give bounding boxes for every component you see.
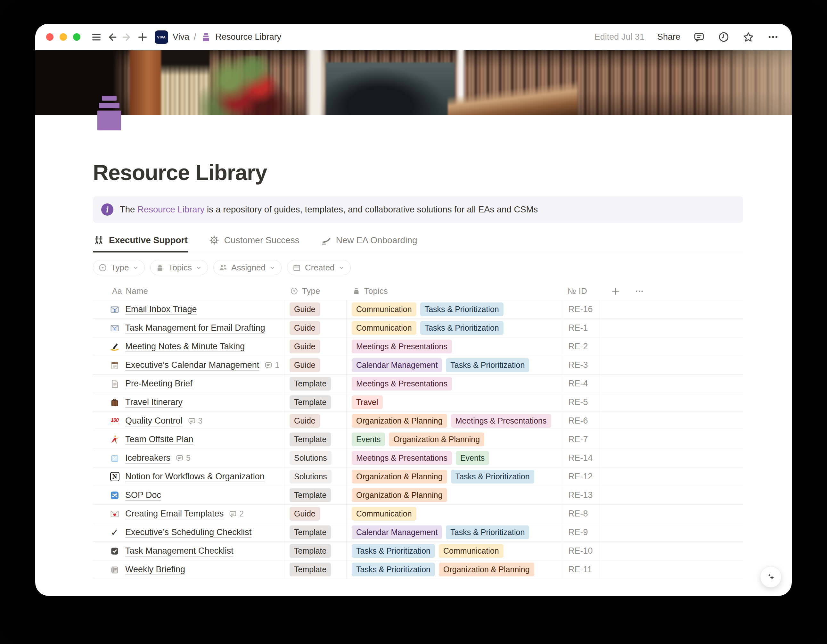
name-cell[interactable]: NNotion for Workflows & Organization (93, 467, 284, 486)
id-cell[interactable]: RE-4 (563, 375, 600, 393)
back-icon[interactable] (104, 30, 120, 45)
topics-cell[interactable]: Organization & Planning (346, 486, 563, 504)
history-clock-icon[interactable] (718, 31, 730, 43)
topics-cell[interactable]: Tasks & PrioritizationOrganization & Pla… (346, 560, 563, 578)
close-button[interactable] (46, 33, 53, 41)
id-cell[interactable]: RE-6 (563, 412, 600, 430)
id-cell[interactable]: RE-1 (563, 319, 600, 337)
type-cell[interactable]: Template (284, 375, 346, 393)
filter-created[interactable]: Created (287, 260, 351, 275)
row-name-link[interactable]: Executive’s Calendar Management (125, 360, 259, 370)
ai-assistant-button[interactable] (760, 566, 782, 588)
row-name-link[interactable]: Travel Itinerary (125, 397, 183, 407)
comments-icon[interactable] (693, 31, 705, 43)
column-header-name[interactable]: Aa Name (93, 286, 284, 296)
id-cell[interactable]: RE-2 (563, 338, 600, 356)
name-cell[interactable]: Creating Email Templates2 (93, 505, 284, 523)
name-cell[interactable]: 100Quality Control3 (93, 412, 284, 430)
viva-workspace-icon[interactable]: VIVA (155, 30, 168, 44)
favorite-star-icon[interactable] (743, 31, 754, 43)
type-cell[interactable]: Solutions (284, 467, 346, 486)
id-cell[interactable]: RE-8 (563, 505, 600, 523)
topics-cell[interactable]: Calendar ManagementTasks & Prioritizatio… (346, 523, 563, 541)
tab-executive-support[interactable]: Executive Support (93, 235, 188, 252)
name-cell[interactable]: ETask Management for Email Drafting (93, 319, 284, 337)
type-cell[interactable]: Template (284, 393, 346, 411)
id-cell[interactable]: RE-5 (563, 393, 600, 411)
type-cell[interactable]: Template (284, 523, 346, 541)
comment-count[interactable]: 2 (229, 509, 244, 518)
topics-cell[interactable]: Calendar ManagementTasks & Prioritizatio… (346, 356, 563, 374)
row-name-link[interactable]: Task Management for Email Drafting (125, 323, 265, 333)
row-name-link[interactable]: SOP Doc (125, 490, 161, 500)
topics-cell[interactable]: Meetings & Presentations (346, 338, 563, 356)
id-cell[interactable]: RE-9 (563, 523, 600, 541)
topics-cell[interactable]: CommunicationTasks & Prioritization (346, 319, 563, 337)
row-name-link[interactable]: Icebreakers (125, 453, 170, 463)
topics-cell[interactable]: Organization & PlanningMeetings & Presen… (346, 412, 563, 430)
topics-cell[interactable]: CommunicationTasks & Prioritization (346, 300, 563, 319)
row-name-link[interactable]: Meeting Notes & Minute Taking (125, 342, 245, 352)
row-name-link[interactable]: Task Management Checklist (125, 546, 234, 556)
topics-cell[interactable]: Meetings & PresentationsEvents (346, 449, 563, 467)
tab-new-ea-onboarding[interactable]: New EA Onboarding (320, 235, 418, 252)
id-cell[interactable]: RE-10 (563, 542, 600, 560)
resource-library-link[interactable]: Resource Library (137, 205, 204, 214)
topics-cell[interactable]: Travel (346, 393, 563, 411)
comment-count[interactable]: 5 (176, 453, 190, 463)
name-cell[interactable]: Icebreakers5 (93, 449, 284, 467)
row-name-link[interactable]: Pre-Meeting Brief (125, 379, 192, 389)
name-cell[interactable]: Team Offsite Plan (93, 430, 284, 449)
table-options-icon[interactable] (635, 286, 644, 296)
column-header-type[interactable]: Type (284, 286, 346, 296)
name-cell[interactable]: Meeting Notes & Minute Taking (93, 338, 284, 356)
name-cell[interactable]: Task Management Checklist (93, 542, 284, 560)
row-name-link[interactable]: Notion for Workflows & Organization (125, 472, 265, 481)
type-cell[interactable]: Template (284, 430, 346, 449)
topics-cell[interactable]: EventsOrganization & Planning (346, 430, 563, 449)
topics-cell[interactable]: Meetings & Presentations (346, 375, 563, 393)
type-cell[interactable]: Template (284, 542, 346, 560)
column-header-topics[interactable]: Topics (346, 286, 563, 296)
sidebar-toggle-icon[interactable] (89, 30, 104, 45)
id-cell[interactable]: RE-14 (563, 449, 600, 467)
topics-cell[interactable]: Tasks & PrioritizationCommunication (346, 542, 563, 560)
row-name-link[interactable]: Creating Email Templates (125, 509, 223, 519)
topics-cell[interactable]: Communication (346, 505, 563, 523)
name-cell[interactable]: ✓Executive’s Scheduling Checklist (93, 523, 284, 541)
name-cell[interactable]: EEmail Inbox Triage (93, 300, 284, 319)
id-cell[interactable]: RE-12 (563, 467, 600, 486)
zoom-button[interactable] (73, 33, 80, 41)
type-cell[interactable]: Solutions (284, 449, 346, 467)
type-cell[interactable]: Guide (284, 319, 346, 337)
share-button[interactable]: Share (657, 32, 680, 42)
comment-count[interactable]: 3 (188, 416, 203, 425)
type-cell[interactable]: Guide (284, 412, 346, 430)
type-cell[interactable]: Template (284, 560, 346, 578)
more-ellipsis-icon[interactable] (767, 31, 779, 43)
row-name-link[interactable]: Quality Control (125, 416, 183, 426)
type-cell[interactable]: Guide (284, 338, 346, 356)
row-name-link[interactable]: Weekly Briefing (125, 564, 185, 574)
type-cell[interactable]: Guide (284, 300, 346, 319)
name-cell[interactable]: Executive’s Calendar Management1 (93, 356, 284, 374)
name-cell[interactable]: SOP Doc (93, 486, 284, 504)
tab-customer-success[interactable]: Customer Success (208, 235, 300, 252)
filter-topics[interactable]: Topics (150, 260, 208, 275)
name-cell[interactable]: Weekly Briefing (93, 560, 284, 578)
filter-type[interactable]: Type (93, 260, 145, 275)
forward-icon[interactable] (120, 30, 135, 45)
topics-cell[interactable]: Organization & PlanningTasks & Prioritiz… (346, 467, 563, 486)
id-cell[interactable]: RE-3 (563, 356, 600, 374)
name-cell[interactable]: Travel Itinerary (93, 393, 284, 411)
row-name-link[interactable]: Team Offsite Plan (125, 435, 193, 444)
type-cell[interactable]: Guide (284, 356, 346, 374)
comment-count[interactable]: 1 (264, 360, 279, 370)
breadcrumb-workspace[interactable]: Viva (173, 32, 189, 42)
add-column-button[interactable] (611, 286, 620, 296)
breadcrumb-page[interactable]: Resource Library (215, 32, 282, 42)
id-cell[interactable]: RE-7 (563, 430, 600, 449)
type-cell[interactable]: Template (284, 486, 346, 504)
page-icon-archive[interactable] (97, 96, 121, 130)
minimize-button[interactable] (59, 33, 67, 41)
